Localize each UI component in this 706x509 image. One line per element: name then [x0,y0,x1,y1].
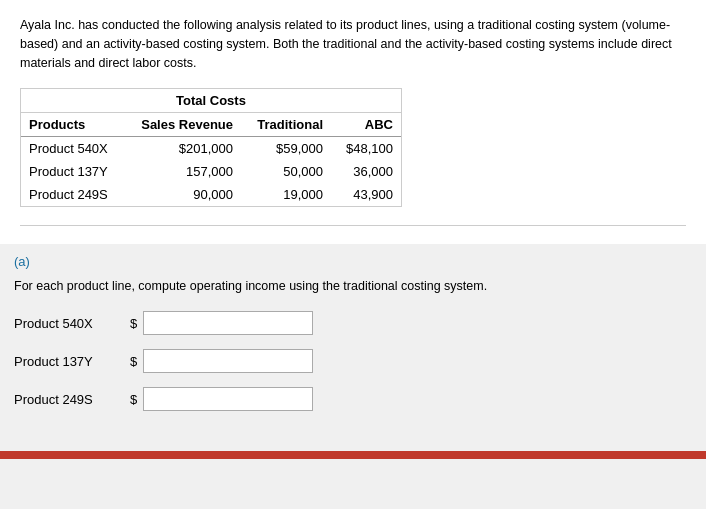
data-table-wrapper: Total Costs Products Sales Revenue Tradi… [20,88,402,207]
traditional-1: $59,000 [241,137,331,161]
product-name-2: Product 137Y [21,160,131,183]
input-row-2: Product 137Y $ [14,349,692,373]
header-products: Products [21,113,131,137]
abc-3: 43,900 [331,183,401,206]
product-name-1: Product 540X [21,137,131,161]
traditional-3: 19,000 [241,183,331,206]
dollar-sign-2: $ [130,354,137,369]
product-label-3: Product 249S [14,392,124,407]
product-name-3: Product 249S [21,183,131,206]
intro-paragraph: Ayala Inc. has conducted the following a… [20,16,686,72]
sales-1: $201,000 [131,137,241,161]
section-a: (a) For each product line, compute opera… [0,244,706,443]
dollar-sign-1: $ [130,316,137,331]
dollar-sign-3: $ [130,392,137,407]
header-sales: Sales Revenue [131,113,241,137]
input-row-3: Product 249S $ [14,387,692,411]
sales-3: 90,000 [131,183,241,206]
total-costs-banner: Total Costs [21,89,401,113]
section-divider [20,225,686,226]
product-label-1: Product 540X [14,316,124,331]
sales-2: 157,000 [131,160,241,183]
table-row: Product 249S 90,000 19,000 43,900 [21,183,401,206]
abc-1: $48,100 [331,137,401,161]
traditional-2: 50,000 [241,160,331,183]
section-a-description: For each product line, compute operating… [14,279,692,293]
table-row: Product 540X $201,000 $59,000 $48,100 [21,137,401,161]
table-row: Product 137Y 157,000 50,000 36,000 [21,160,401,183]
page-wrapper: Ayala Inc. has conducted the following a… [0,0,706,244]
income-input-2[interactable] [143,349,313,373]
product-label-2: Product 137Y [14,354,124,369]
header-traditional: Traditional [241,113,331,137]
abc-2: 36,000 [331,160,401,183]
income-input-1[interactable] [143,311,313,335]
income-input-3[interactable] [143,387,313,411]
input-row-1: Product 540X $ [14,311,692,335]
section-a-label: (a) [14,254,692,269]
data-table: Products Sales Revenue Traditional ABC P… [21,113,401,206]
header-abc: ABC [331,113,401,137]
bottom-bar [0,451,706,459]
